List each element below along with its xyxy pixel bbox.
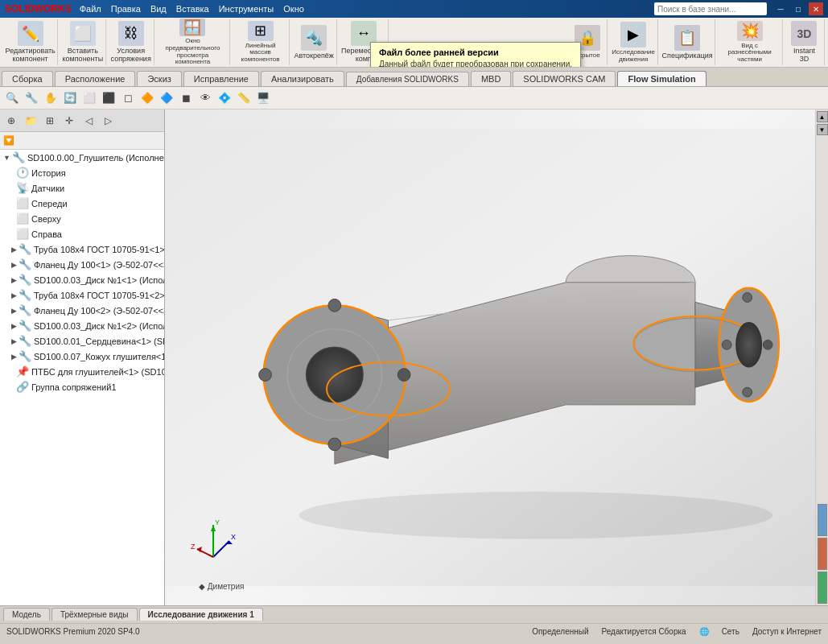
- preview-button[interactable]: 🪟 Окно предварительногопросмотра компоне…: [156, 19, 230, 65]
- insert-component-button[interactable]: ⬜ Вставитькомпоненты: [60, 19, 106, 65]
- front-icon: ⬜: [16, 197, 29, 209]
- right-btn-1[interactable]: ▲: [817, 111, 828, 122]
- tab-mbd[interactable]: MBD: [471, 71, 511, 86]
- sidebar-icon-4[interactable]: ✛: [61, 113, 77, 129]
- tab-eskiz[interactable]: Эскиз: [137, 71, 181, 86]
- tree-front[interactable]: ⬜ Спереди: [0, 196, 164, 211]
- sec-search-icon[interactable]: 🔍: [3, 89, 21, 107]
- tree-top[interactable]: ⬜ Сверху: [0, 211, 164, 226]
- part2-arrow: ▶: [11, 261, 17, 269]
- exploded-view-button[interactable]: 💥 Вид с разнесённымичастями: [717, 19, 783, 65]
- sec-hide-icon[interactable]: 👁: [196, 89, 214, 107]
- menu-file[interactable]: Файл: [80, 4, 101, 14]
- tab-sw-cam[interactable]: SOLIDWORKS CAM: [513, 71, 616, 86]
- tree-part5[interactable]: ▶ 🔧 Фланец Ду 100<2> (Э-502-07<<3-5: [0, 303, 164, 318]
- part1-label: Труба 108х4 ГОСТ 10705-91<1> (Ис: [34, 245, 164, 254]
- svg-point-14: [259, 369, 272, 382]
- tab-sborka[interactable]: Сборка: [2, 71, 53, 86]
- sidebar-icon-2[interactable]: 📁: [23, 113, 39, 129]
- tree-part7[interactable]: ▶ 🔧 SD100.0.01_Сердцевина<1> (SD100.: [0, 333, 164, 349]
- tree-part6[interactable]: ▶ 🔧 SD100.0.03_Диск №1<2> (Исполне: [0, 318, 164, 333]
- sec-rotate-icon[interactable]: 🔄: [61, 89, 79, 107]
- sec-zoom-icon[interactable]: 🔧: [23, 89, 40, 107]
- instant3d-icon: 3D: [791, 21, 817, 46]
- sec-view3-icon[interactable]: ◻: [119, 89, 137, 107]
- tree-part4[interactable]: ▶ 🔧 Труба 108х4 ГОСТ 10705-91<2> (Ис: [0, 287, 164, 303]
- svg-point-13: [328, 438, 341, 451]
- sidebar-icon-6[interactable]: ▷: [100, 113, 116, 129]
- right-panel: ▲ ▼: [815, 109, 828, 605]
- sec-appear-icon[interactable]: 💠: [216, 89, 233, 107]
- sec-pan-icon[interactable]: ✋: [42, 89, 60, 107]
- tab-flow-sim[interactable]: Flow Simulation: [617, 71, 706, 86]
- menu-window[interactable]: Окно: [283, 4, 304, 14]
- sidebar-icon-1[interactable]: ⊕: [3, 113, 19, 129]
- feature-tree: ⊕ 📁 ⊞ ✛ ◁ ▷ 🔽 ▼ 🔧 SD100.0.00_Глушитель (…: [0, 109, 165, 605]
- tree-part1[interactable]: ▶ 🔧 Труба 108х4 ГОСТ 10705-91<1> (Ис: [0, 242, 164, 257]
- edit-component-button[interactable]: ✏️ Редактироватькомпонент: [3, 19, 58, 65]
- tab-ispravlenie[interactable]: Исправление: [183, 71, 259, 86]
- sec-display-icon[interactable]: 🖥️: [254, 89, 272, 107]
- tree-part3[interactable]: ▶ 🔧 SD100.0.03_Диск №1<1> (Исполне: [0, 272, 164, 287]
- menu-tools[interactable]: Инструменты: [219, 4, 274, 14]
- tree-history[interactable]: 🕐 История: [0, 165, 164, 180]
- sec-shade-icon[interactable]: 🔶: [138, 89, 156, 107]
- search-input[interactable]: [654, 2, 767, 15]
- part8-icon: 🔧: [19, 350, 31, 362]
- sidebar-icon-5[interactable]: ◁: [80, 113, 97, 129]
- menu-edit[interactable]: Правка: [111, 4, 141, 14]
- sec-measure-icon[interactable]: 📏: [235, 89, 253, 107]
- right-panel-color1[interactable]: [818, 504, 827, 536]
- toolbar: ✏️ Редактироватькомпонент ⬜ Вставитькомп…: [0, 18, 828, 68]
- sec-section-icon[interactable]: ◼: [177, 89, 195, 107]
- tree-part2[interactable]: ▶ 🔧 Фланец Ду 100<1> (Э-502-07<<3-5: [0, 257, 164, 272]
- internet-label: Доступ к Интернет: [752, 627, 822, 636]
- sidebar-icon-3[interactable]: ⊞: [42, 113, 58, 129]
- tree-sensors[interactable]: 📡 Датчики: [0, 180, 164, 196]
- minimize-button[interactable]: ─: [773, 2, 788, 15]
- tab-motion-study[interactable]: Исследование движения 1: [139, 608, 263, 621]
- tree-part9[interactable]: 📌 ПТБС для глушителей<1> (SD100°: [0, 364, 164, 379]
- axis-indicator: X Y Z: [189, 517, 237, 565]
- automate-button[interactable]: 🔩 Автокрепёж: [291, 19, 337, 65]
- spec-button[interactable]: 📋 Спецификация: [660, 19, 715, 65]
- model-3d: [165, 109, 815, 605]
- menu-insert[interactable]: Вставка: [176, 4, 209, 14]
- mate-button[interactable]: ⛓ Условиясопряжения: [108, 19, 154, 65]
- tab-raspolozh[interactable]: Расположение: [55, 71, 136, 86]
- tree-group[interactable]: 🔗 Группа сопряжений1: [0, 379, 164, 394]
- titlebar: SOLIDWORKS Файл Правка Вид Вставка Инстр…: [0, 0, 828, 18]
- sec-view2-icon[interactable]: ⬛: [100, 89, 117, 107]
- right-label: Справа: [31, 229, 62, 239]
- sec-view1-icon[interactable]: ⬜: [80, 89, 98, 107]
- instant3d-button[interactable]: 3D Instant3D: [785, 19, 825, 65]
- tab-addons[interactable]: Добавления SOLIDWORKS: [346, 72, 469, 86]
- part4-label: Труба 108х4 ГОСТ 10705-91<2> (Ис: [34, 291, 164, 300]
- right-panel-color3[interactable]: [818, 572, 827, 604]
- sec-wire-icon[interactable]: 🔷: [158, 89, 175, 107]
- front-label: Спереди: [31, 199, 68, 208]
- restore-button[interactable]: □: [791, 2, 805, 15]
- tree-part8[interactable]: ▶ 🔧 SD100.0.07_Кожух глушителя<1> (L: [0, 349, 164, 364]
- tab-model[interactable]: Модель: [3, 608, 50, 621]
- right-btn-2[interactable]: ▼: [817, 124, 828, 135]
- mate-icon: ⛓: [118, 21, 144, 46]
- tree-root[interactable]: ▼ 🔧 SD100.0.00_Глушитель (Исполнение 1-: [0, 150, 164, 165]
- tree-right[interactable]: ⬜ Справа: [0, 226, 164, 242]
- part6-icon: 🔧: [19, 320, 31, 332]
- automate-label: Автокрепёж: [294, 52, 333, 60]
- close-button[interactable]: ✕: [809, 2, 823, 15]
- svg-text:X: X: [231, 533, 236, 541]
- root-arrow: ▼: [3, 154, 10, 162]
- tab-3d-views[interactable]: Трёхмерные виды: [51, 608, 138, 621]
- network-label: Сеть: [722, 627, 739, 636]
- linear-pattern-button[interactable]: ⊞ Линейный массивкомпонентов: [232, 19, 290, 65]
- tab-analize[interactable]: Анализировать: [261, 71, 344, 86]
- right-panel-color2[interactable]: [818, 538, 827, 570]
- simulate-motion-button[interactable]: ▶ Исследованиедвижения: [609, 19, 658, 65]
- menu-view[interactable]: Вид: [150, 4, 167, 14]
- svg-point-15: [398, 369, 410, 382]
- root-icon: 🔧: [12, 151, 25, 163]
- part5-icon: 🔧: [19, 304, 31, 316]
- viewport[interactable]: X Y Z ◆ Диметрия: [165, 109, 815, 605]
